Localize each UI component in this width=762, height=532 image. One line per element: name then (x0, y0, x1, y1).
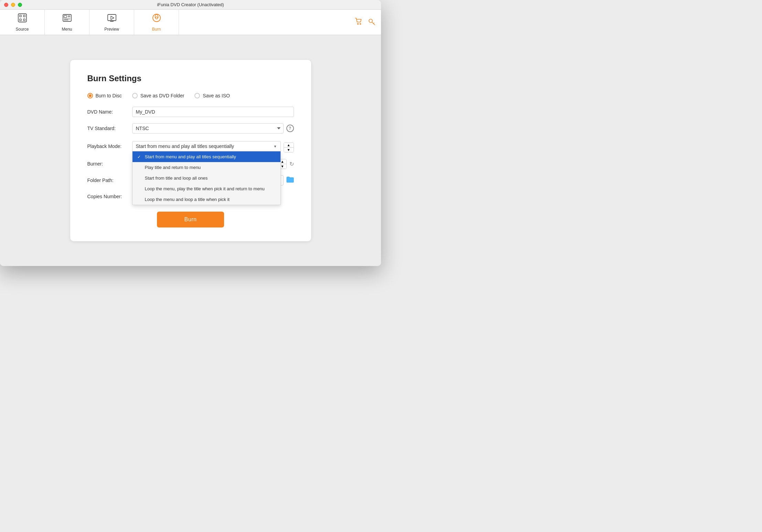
menu-icon (62, 13, 72, 25)
dvd-name-control: My_DVD (132, 107, 294, 117)
radio-save-dvd-circle[interactable] (132, 93, 138, 98)
svg-rect-4 (23, 19, 25, 21)
burn-button-row: Burn (87, 212, 294, 227)
playback-option-0-label: Start from menu and play all titles sequ… (145, 154, 236, 159)
window-title: iFunia DVD Creator (Unactivated) (157, 2, 224, 7)
folder-icon[interactable] (286, 176, 294, 185)
settings-card: Burn Settings Burn to Disc Save as DVD F… (70, 60, 311, 241)
dvd-name-input[interactable]: My_DVD (132, 107, 294, 117)
playback-mode-control: Start from menu and play all titles sequ… (132, 141, 281, 151)
dvd-name-row: DVD Name: My_DVD (87, 107, 294, 117)
toolbar: Source Menu (0, 10, 381, 35)
playback-option-1[interactable]: Play title and return to menu (133, 162, 281, 173)
playback-mode-selected-text: Start from menu and play all titles sequ… (136, 143, 234, 149)
radio-save-iso-label: Save as ISO (203, 93, 230, 98)
svg-point-17 (358, 23, 359, 24)
playback-mode-up-arrow[interactable]: ▲ (284, 143, 294, 148)
playback-mode-dropdown: Start from menu and play all titles sequ… (132, 141, 281, 151)
preview-tab-label: Preview (104, 27, 119, 32)
menu-tab-label: Menu (62, 27, 72, 32)
tab-menu[interactable]: Menu (45, 10, 89, 35)
playback-mode-menu: ✓ Start from menu and play all titles se… (132, 151, 281, 205)
burner-label: Burner: (87, 161, 132, 167)
playback-mode-row: Playback Mode: Start from menu and play … (87, 140, 294, 152)
svg-rect-3 (20, 19, 21, 21)
radio-save-iso[interactable]: Save as ISO (194, 93, 230, 98)
minimize-button[interactable] (11, 3, 15, 7)
playback-option-4[interactable]: Loop the menu and loop a title when pick… (133, 194, 281, 205)
folder-path-label: Folder Path: (87, 178, 132, 183)
playback-option-1-label: Play title and return to menu (145, 165, 201, 170)
playback-option-2[interactable]: Start from title and loop all ones (133, 173, 281, 183)
key-icon[interactable] (368, 18, 375, 27)
source-tab-label: Source (15, 27, 29, 32)
tv-standard-select-wrapper: NTSC PAL ? (132, 123, 294, 134)
playback-mode-display[interactable]: Start from menu and play all titles sequ… (132, 141, 281, 151)
playback-option-3[interactable]: Loop the menu, play the title when pick … (133, 183, 281, 194)
svg-point-18 (360, 23, 361, 24)
svg-rect-1 (20, 15, 21, 17)
tv-standard-row: TV Standard: NTSC PAL ? (87, 123, 294, 134)
check-icon-0: ✓ (137, 155, 142, 159)
svg-marker-12 (111, 16, 114, 20)
svg-rect-11 (108, 14, 116, 21)
settings-title: Burn Settings (87, 74, 294, 83)
title-bar: iFunia DVD Creator (Unactivated) (0, 0, 381, 10)
burn-tab-label: Burn (152, 27, 161, 32)
svg-rect-6 (64, 15, 67, 18)
tv-standard-select[interactable]: NTSC PAL (132, 123, 284, 134)
playback-option-0[interactable]: ✓ Start from menu and play all titles se… (133, 151, 281, 162)
svg-point-15 (153, 14, 160, 22)
tab-preview[interactable]: Preview (89, 10, 134, 35)
copies-number-label: Copies Number: (87, 194, 132, 199)
playback-option-2-label: Start from title and loop all ones (145, 175, 208, 181)
source-icon (18, 13, 27, 25)
refresh-icon[interactable]: ↻ (289, 161, 294, 167)
radio-save-dvd[interactable]: Save as DVD Folder (132, 93, 184, 98)
burn-icon (152, 13, 161, 25)
tab-burn[interactable]: Burn (134, 10, 179, 35)
playback-mode-down-arrow[interactable]: ▼ (284, 148, 294, 152)
toolbar-actions (355, 18, 375, 27)
dvd-name-label: DVD Name: (87, 109, 132, 115)
app-window: iFunia DVD Creator (Unactivated) Source (0, 0, 381, 266)
playback-option-3-label: Loop the menu, play the title when pick … (145, 186, 265, 191)
svg-rect-2 (23, 15, 25, 17)
tv-standard-help-button[interactable]: ? (286, 125, 294, 132)
close-button[interactable] (4, 3, 8, 7)
radio-save-iso-circle[interactable] (194, 93, 200, 98)
radio-save-dvd-label: Save as DVD Folder (140, 93, 184, 98)
tv-standard-label: TV Standard: (87, 126, 132, 131)
svg-point-16 (156, 17, 158, 19)
radio-options-row: Burn to Disc Save as DVD Folder Save as … (87, 93, 294, 98)
radio-burn-disc-circle[interactable] (87, 93, 93, 98)
playback-mode-label: Playback Mode: (87, 141, 132, 149)
maximize-button[interactable] (18, 3, 22, 7)
cart-icon[interactable] (355, 18, 362, 27)
playback-option-4-label: Loop the menu and loop a title when pick… (145, 197, 230, 202)
preview-icon (107, 13, 117, 25)
traffic-lights (4, 3, 22, 7)
burn-button[interactable]: Burn (157, 212, 224, 227)
radio-burn-disc-label: Burn to Disc (96, 93, 122, 98)
tv-standard-control: NTSC PAL ? (132, 123, 294, 134)
main-content: Burn Settings Burn to Disc Save as DVD F… (0, 35, 381, 266)
tab-source[interactable]: Source (0, 10, 45, 35)
radio-burn-disc[interactable]: Burn to Disc (87, 93, 122, 98)
dropdown-arrow-icon: ▼ (274, 145, 277, 148)
